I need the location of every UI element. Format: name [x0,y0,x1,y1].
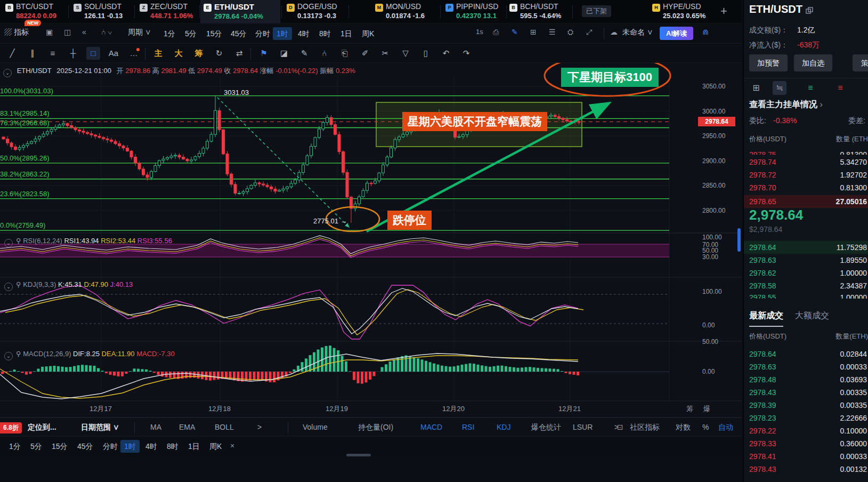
bottom-timeframe-周K[interactable]: 周K [206,440,225,453]
overlay-EMA[interactable]: EMA [179,423,195,431]
tab-pippin-usd[interactable]: PPIPPIN/USD0.42370 13.1 [442,0,505,23]
add-pane-icon[interactable]: ⊞ [749,81,763,95]
add-alert-button[interactable]: 加预警 [749,54,788,71]
lock-tool-icon[interactable]: ⎗ [338,47,352,60]
cloud-layout-name[interactable]: 未命名 ∨ [622,28,653,37]
collapse-chevron-icon[interactable]: ⌄ [3,69,12,77]
share-icon[interactable]: ⋒ [702,28,709,36]
trash-tool-icon[interactable]: ▯ [419,47,433,60]
candlestick-chart[interactable] [0,63,742,456]
compare-tool-icon[interactable]: ⇄ [232,47,246,60]
timeframe-1日[interactable]: 1日 [337,27,356,40]
tab-latest-trades[interactable]: 最新成交 [749,310,783,327]
strategy-button[interactable]: 策略 [853,54,868,71]
text-tool-icon[interactable]: Aa [107,47,120,60]
bid-row[interactable]: 2978.6411.75298 [744,241,868,254]
ai-explain-button[interactable]: AI解读 [660,27,693,40]
bottom-timeframe-分时[interactable]: 分时 [99,440,121,453]
indicator-持仓量(OI)[interactable]: 持仓量(OI) [358,423,393,432]
screenshot-icon[interactable]: ⎙ [493,28,499,37]
log-scale-button[interactable]: 对数 [676,423,691,432]
timeframe-15分[interactable]: 15分 [202,27,226,40]
rsi-collapse-icon[interactable]: ⌄ [4,239,13,247]
main-label-icon[interactable]: 主 [151,47,165,60]
main-orders-link[interactable]: 查看主力挂单情况 › [749,99,823,110]
bookmark-tool-icon[interactable]: ⚑ [257,47,271,60]
timeframe-8时[interactable]: 8时 [315,27,335,40]
auto-scale-button[interactable]: 自动 [718,423,733,432]
liquidation-tab[interactable]: 爆 [703,404,710,414]
rewind-icon[interactable]: « [82,28,86,36]
timeframe-4时[interactable]: 4时 [294,27,313,40]
percent-scale-button[interactable]: % [702,423,709,431]
magnet-tool-icon[interactable]: ✂ [378,47,392,60]
macd-collapse-icon[interactable]: ⌄ [4,352,13,360]
indicator-KDJ[interactable]: KDJ [497,423,510,431]
indicator-爆仓统计[interactable]: 爆仓统计 [531,423,561,432]
timeframe-1分[interactable]: 1分 [160,27,179,40]
kdj-label-row[interactable]: ⌄⚲ KDJ(9,3,3) K:45.31 D:47.90 J:40.13 [4,280,133,291]
tab-hype-usd[interactable]: HHYPE/USD25.023 0.65% [649,0,712,23]
bid-row[interactable]: 2978.631.89550 [744,254,868,267]
overlay->[interactable]: > [257,423,262,431]
rsi-alert-icon[interactable]: ⚲ [16,237,21,245]
cross-line-icon[interactable]: ┼ [66,47,80,60]
bid-row[interactable]: 2978.621.00000 [744,267,868,279]
bottom-timeframe-15分[interactable]: 15分 [48,440,71,453]
settings-icon[interactable]: ⛭ [567,28,573,37]
bid-row[interactable]: 2978.551.00000 [744,291,868,299]
add-pair-button[interactable]: + [720,4,727,18]
tab-large-trades[interactable]: 大额成交 [795,310,829,322]
ask-row[interactable]: 2978.700.81300 [744,181,868,194]
copy-icon[interactable] [805,6,814,15]
more-tools-icon[interactable]: … [127,47,141,60]
horizontal-scrollbar[interactable] [346,454,371,456]
add-watchlist-button[interactable]: 加自选 [794,54,832,71]
macd-alert-icon[interactable]: ⚲ [16,350,21,358]
order-list-icon[interactable]: ☰ [549,28,556,36]
refresh-tool-icon[interactable]: ↻ [212,47,226,60]
tab-eth-usdt[interactable]: EETH/USDT2978.64 -0.04% [200,0,280,23]
community-icon[interactable]: ⊡ [617,423,623,431]
layout-icon[interactable]: ▣ [46,28,53,36]
date-range-dropdown[interactable]: 日期范围 ∨ [81,423,119,432]
book-both-icon[interactable]: ≒ [773,81,786,95]
indicator-MACD[interactable]: MACD [420,423,442,431]
bottom-timeframe-1分[interactable]: 1分 [5,440,25,453]
parallel-channel-icon[interactable]: ∥ [26,47,39,60]
ask-row[interactable]: 2978.721.92702 [744,168,868,181]
note-tool-icon[interactable]: ✐ [358,47,372,60]
tab-zec-usdt[interactable]: ZZEC/USDT448.71 1.06% [136,0,198,23]
tab-mon-usd[interactable]: MMON/USD0.01874 -1.6 [372,0,439,23]
timeframe-45分[interactable]: 45分 [227,27,250,40]
filter-tool-icon[interactable]: ▽ [399,47,412,60]
tab-bch-usdt[interactable]: BBCH/USDT595.5 -4.64% [506,0,571,23]
tab-doge-usd[interactable]: DDOGE/USD0.13173 -0.3 [283,0,347,23]
eraser-tool-icon[interactable]: ◪ [277,47,291,60]
timeframe-5分[interactable]: 5分 [181,27,200,40]
chart-style-icon[interactable]: ⑃ ∨ [101,28,112,36]
pattern-tool-icon[interactable]: ⑃ [318,47,331,60]
panel-icon[interactable]: ◫ [64,28,71,36]
rsi-label-row[interactable]: ⌄⚲ RSI(6,12,24) RSI1:43.94 RSI2:53.44 RS… [4,237,172,247]
community-indicator-button[interactable]: 社区指标 [630,423,660,432]
timeframe-周K[interactable]: 周K [358,27,378,40]
chips-label-icon[interactable]: 筹 [192,47,206,60]
undo-icon[interactable]: ↶ [439,47,453,60]
bid-row[interactable]: 2978.582.34387 [744,279,868,292]
bottom-timeframe-8时[interactable]: 8时 [163,440,182,453]
indicator-button[interactable]: ▨ 指标 [4,28,29,37]
large-label-icon[interactable]: 大 [172,47,185,60]
overlay-MA[interactable]: MA [150,423,161,431]
kdj-alert-icon[interactable]: ⚲ [16,280,21,288]
indicator-RSI[interactable]: RSI [462,423,474,431]
timeframe-1时[interactable]: 1时 [273,27,292,40]
ask-row[interactable]: 2978.745.34270 [744,156,868,168]
indicator-Volume[interactable]: Volume [303,423,328,431]
ask-row[interactable]: 2978.6527.05016 [744,195,868,208]
indicator-LSUR[interactable]: LSUR [573,423,593,431]
close-timeframe-bar[interactable]: × [230,441,234,450]
overlay-BOLL[interactable]: BOLL [215,423,234,431]
period-dropdown[interactable]: 周期 ∨ [128,28,151,37]
bottom-timeframe-1日[interactable]: 1日 [184,440,204,453]
